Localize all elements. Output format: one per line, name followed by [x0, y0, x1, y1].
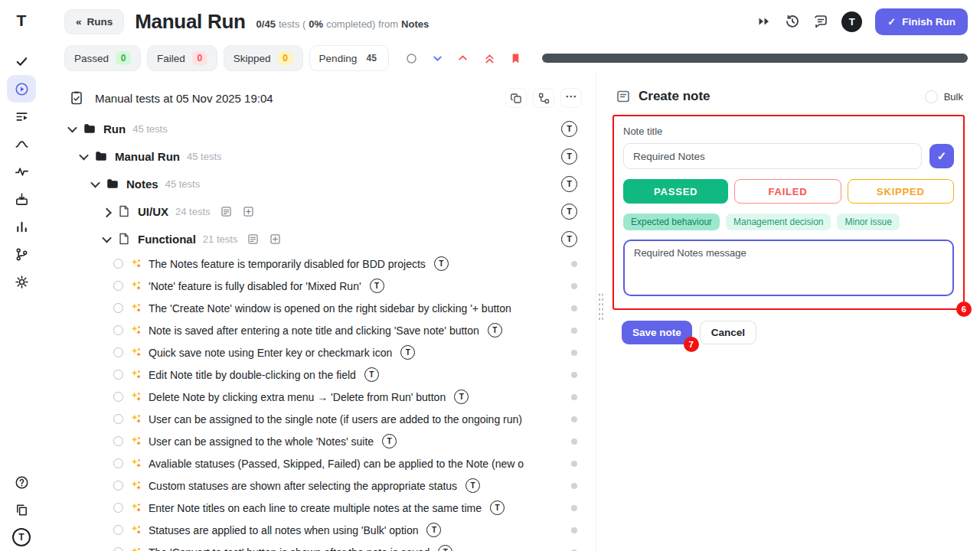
docs-library-icon[interactable]: [7, 496, 36, 523]
more-options-button[interactable]: ⋯: [560, 88, 582, 108]
chevron-down-icon[interactable]: [102, 233, 112, 243]
back-to-runs-button[interactable]: « Runs: [64, 9, 124, 34]
assignee-avatar[interactable]: T: [490, 500, 505, 515]
assignee-avatar[interactable]: T: [454, 390, 469, 404]
test-title[interactable]: Quick save note using Enter key or check…: [149, 347, 392, 359]
test-status-circle[interactable]: [113, 458, 123, 468]
assignee-avatar[interactable]: T: [561, 204, 577, 220]
filter-failed-chip[interactable]: Failed 0: [147, 45, 217, 71]
test-status-circle[interactable]: [113, 281, 123, 291]
test-status-circle[interactable]: [113, 481, 123, 491]
assignee-avatar[interactable]: T: [434, 256, 449, 271]
test-row[interactable]: The 'Convert to test' button is shown af…: [43, 541, 596, 551]
row-handle-dot[interactable]: [571, 483, 577, 489]
quick-save-check-button[interactable]: ✓: [929, 144, 954, 168]
test-row[interactable]: Avaliable statuses (Passed, Skipped, Fai…: [43, 452, 596, 474]
test-status-circle[interactable]: [113, 259, 123, 269]
runs-play-icon[interactable]: [7, 75, 36, 103]
assignee-avatar[interactable]: T: [561, 176, 577, 192]
note-title-input[interactable]: [623, 143, 922, 169]
assignee-avatar[interactable]: T: [561, 148, 577, 165]
copy-run-button[interactable]: [505, 88, 527, 108]
test-row[interactable]: Edit Note title by double-clicking on th…: [43, 364, 596, 386]
report-chart-icon[interactable]: [7, 213, 36, 240]
tag-expected-behaviour[interactable]: Expected behaviour: [623, 214, 720, 230]
test-row[interactable]: 'Note' feature is fully disabled for 'Mi…: [43, 275, 596, 297]
assignee-avatar[interactable]: T: [364, 367, 379, 382]
test-status-circle[interactable]: [113, 370, 123, 380]
app-logo[interactable]: T: [17, 6, 27, 35]
cancel-button[interactable]: Cancel: [700, 321, 756, 344]
assignee-avatar[interactable]: T: [370, 279, 384, 293]
finish-run-button[interactable]: ✓ Finish Run: [875, 8, 968, 35]
test-status-circle[interactable]: [113, 503, 123, 513]
test-row[interactable]: Custom statuses are shown after selectin…: [43, 474, 596, 497]
test-title[interactable]: Custom statuses are shown after selectin…: [149, 480, 457, 492]
test-status-circle[interactable]: [113, 347, 123, 357]
test-row[interactable]: Quick save note using Enter key or check…: [43, 341, 596, 364]
row-handle-dot[interactable]: [571, 261, 577, 267]
assignee-avatar[interactable]: T: [561, 121, 577, 137]
chevron-down-icon[interactable]: [90, 178, 100, 187]
test-status-circle[interactable]: [113, 414, 123, 424]
test-row[interactable]: Note is saved after entering a note titl…: [43, 319, 596, 341]
drag-dots-icon[interactable]: [598, 292, 604, 321]
test-row[interactable]: User can be assigned to the whole 'Notes…: [43, 430, 596, 452]
test-row[interactable]: Delete Note by clicking extra menu → 'De…: [43, 386, 596, 408]
filter-passed-chip[interactable]: Passed 0: [64, 45, 141, 71]
branch-icon[interactable]: [7, 240, 36, 268]
analytics-wave-icon[interactable]: [7, 130, 36, 158]
row-handle-dot[interactable]: [571, 328, 577, 334]
panel-resize-handle[interactable]: [596, 73, 605, 551]
scroll-up-icon[interactable]: [453, 48, 473, 68]
test-row[interactable]: Enter Note titles on each line to create…: [43, 497, 596, 519]
scroll-down-icon[interactable]: [427, 48, 447, 68]
test-title[interactable]: Note is saved after entering a note titl…: [149, 324, 479, 337]
profile-logo-icon[interactable]: T: [7, 523, 36, 551]
test-status-circle[interactable]: [113, 392, 123, 402]
user-avatar[interactable]: T: [841, 11, 862, 32]
add-test-icon[interactable]: [242, 205, 255, 218]
status-circle-icon[interactable]: [401, 48, 421, 68]
fast-forward-icon[interactable]: [756, 14, 772, 29]
filter-skipped-chip[interactable]: Skipped 0: [224, 45, 303, 71]
add-note-icon[interactable]: [220, 205, 233, 218]
status-passed-button[interactable]: PASSED: [623, 179, 728, 204]
import-icon[interactable]: [7, 185, 36, 213]
test-title[interactable]: The 'Convert to test' button is shown af…: [149, 546, 430, 551]
test-row[interactable]: The Notes feature is temporarily disable…: [43, 253, 596, 275]
row-handle-dot[interactable]: [571, 350, 577, 356]
tree-view-button[interactable]: [533, 88, 554, 108]
bulk-checkbox[interactable]: [925, 90, 938, 103]
assignee-avatar[interactable]: T: [382, 434, 397, 448]
stats-source-link[interactable]: Notes: [401, 18, 429, 30]
test-status-circle[interactable]: [113, 325, 123, 335]
test-row[interactable]: The 'Create Note' window is opened on th…: [43, 297, 596, 319]
chevron-right-icon[interactable]: [102, 207, 112, 217]
row-handle-dot[interactable]: [571, 461, 577, 467]
history-timer-icon[interactable]: [785, 14, 800, 29]
test-title[interactable]: The Notes feature is temporarily disable…: [149, 258, 426, 270]
test-status-circle[interactable]: [113, 303, 123, 313]
test-title[interactable]: Avaliable statuses (Passed, Skipped, Fai…: [149, 458, 524, 470]
chevron-down-icon[interactable]: [67, 122, 77, 132]
status-skipped-button[interactable]: SKIPPED: [848, 179, 954, 204]
row-handle-dot[interactable]: [571, 283, 577, 289]
tag-management-decision[interactable]: Management decision: [726, 214, 831, 230]
test-status-circle[interactable]: [113, 525, 123, 535]
assignee-avatar[interactable]: T: [400, 345, 415, 360]
test-title[interactable]: Statuses are applied to all notes when u…: [149, 524, 418, 536]
row-handle-dot[interactable]: [571, 416, 577, 422]
row-handle-dot[interactable]: [571, 439, 577, 445]
test-row[interactable]: Statuses are applied to all notes when u…: [43, 519, 596, 541]
test-status-circle[interactable]: [113, 547, 123, 551]
row-handle-dot[interactable]: [571, 394, 577, 400]
tree-folder-notes[interactable]: Notes 45 tests T: [43, 170, 596, 197]
tree-folder-manual-run[interactable]: Manual Run 45 tests T: [43, 142, 596, 170]
save-note-button[interactable]: Save note 7: [622, 321, 692, 344]
row-handle-dot[interactable]: [571, 527, 577, 533]
test-title[interactable]: The 'Create Note' window is opened on th…: [149, 302, 511, 315]
tree-folder-run[interactable]: Run 45 tests T: [43, 115, 596, 142]
test-row[interactable]: User can be assigned to the single note …: [43, 408, 596, 430]
bulk-toggle[interactable]: Bulk: [925, 90, 963, 103]
